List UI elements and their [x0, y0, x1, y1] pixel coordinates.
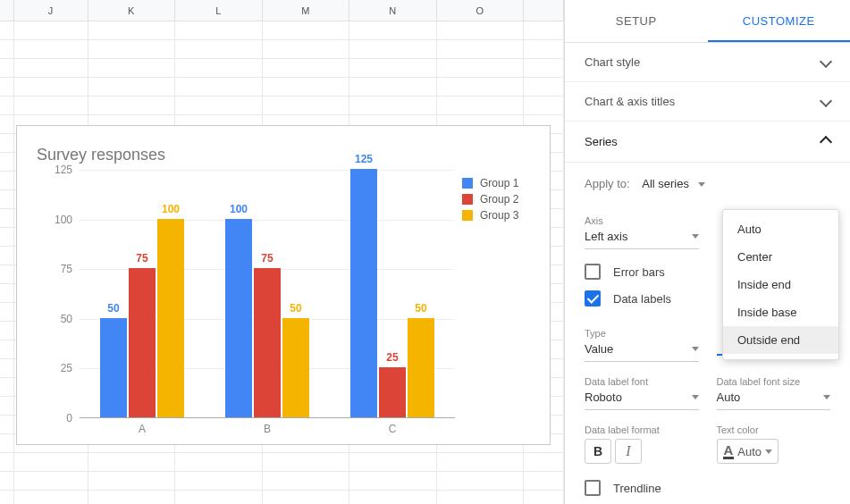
x-tick: A — [139, 423, 146, 435]
bar[interactable] — [100, 318, 127, 417]
spreadsheet-area: JKLMNO Survey responses 0255075100125 50… — [0, 0, 564, 504]
dropdown-icon — [823, 395, 830, 399]
bar-label: 25 — [386, 351, 398, 364]
trendline-checkbox[interactable] — [585, 480, 601, 496]
apply-to-row[interactable]: Apply to: All series — [585, 177, 830, 190]
bar[interactable] — [408, 318, 434, 417]
bold-button[interactable]: B — [585, 439, 611, 464]
column-header-m[interactable]: M — [263, 0, 350, 21]
legend-item[interactable]: Group 1 — [462, 177, 535, 189]
italic-button[interactable]: I — [615, 439, 642, 464]
bar[interactable] — [350, 169, 377, 417]
bar-label: 100 — [230, 203, 248, 215]
y-tick: 0 — [66, 412, 72, 424]
legend-item[interactable]: Group 2 — [462, 193, 535, 206]
popover-option[interactable]: Inside end — [723, 271, 838, 298]
font-select[interactable]: Roboto — [585, 387, 699, 410]
dropdown-icon — [765, 449, 772, 454]
tab-customize[interactable]: CUSTOMIZE — [708, 0, 851, 42]
column-headers: JKLMNO — [0, 0, 564, 21]
text-color-select[interactable]: A Auto — [717, 439, 779, 464]
column-header-k[interactable]: K — [88, 0, 176, 21]
popover-option[interactable]: Auto — [723, 215, 838, 243]
bar-label: 50 — [290, 302, 301, 315]
bar[interactable] — [254, 268, 281, 417]
legend-swatch — [462, 210, 473, 221]
chevron-down-icon — [821, 95, 830, 108]
x-tick: B — [264, 423, 271, 435]
legend-swatch — [462, 178, 473, 189]
bar[interactable] — [379, 367, 406, 417]
legend-item[interactable]: Group 3 — [462, 209, 535, 222]
sidebar-tabs: SETUP CUSTOMIZE — [565, 0, 850, 43]
dropdown-icon — [692, 395, 699, 399]
chart-legend: Group 1Group 2Group 3 — [455, 170, 535, 438]
bar-label: 75 — [136, 252, 147, 265]
popover-option[interactable]: Center — [723, 243, 838, 271]
chevron-down-icon — [821, 55, 830, 69]
y-tick: 25 — [61, 362, 72, 374]
dropdown-icon — [692, 234, 699, 239]
plot-area: 0255075100125 5075100A1007550B1252550C — [26, 170, 455, 438]
trendline-row: Trendline — [585, 480, 830, 496]
bar[interactable] — [225, 219, 252, 417]
section-chart-style[interactable]: Chart style — [565, 43, 850, 82]
type-select[interactable]: Value — [585, 339, 699, 362]
legend-swatch — [462, 194, 473, 205]
chart-container[interactable]: Survey responses 0255075100125 5075100A1… — [16, 125, 551, 445]
bar[interactable] — [157, 219, 184, 417]
dropdown-icon — [698, 182, 705, 187]
column-header-l[interactable]: L — [175, 0, 263, 21]
y-tick: 50 — [61, 313, 72, 325]
bar-label: 75 — [261, 252, 273, 265]
column-header-o[interactable]: O — [437, 0, 525, 21]
position-popover: AutoCenterInside endInside baseOutside e… — [722, 209, 839, 360]
font-size-select[interactable]: Auto — [717, 387, 831, 410]
section-chart-axis-titles[interactable]: Chart & axis titles — [565, 82, 850, 122]
column-header-n[interactable]: N — [349, 0, 437, 21]
chevron-up-icon — [821, 134, 830, 149]
column-header-j[interactable]: J — [14, 0, 88, 21]
y-tick: 75 — [61, 263, 72, 275]
bar[interactable] — [129, 268, 156, 417]
popover-option[interactable]: Outside end — [723, 326, 838, 354]
text-color-icon: A — [723, 444, 735, 459]
bar-label: 125 — [355, 153, 373, 165]
bar[interactable] — [282, 318, 309, 417]
error-bars-checkbox[interactable] — [585, 264, 601, 280]
bar-label: 50 — [415, 302, 426, 315]
data-labels-checkbox[interactable] — [585, 290, 601, 307]
x-tick: C — [389, 423, 397, 435]
popover-option[interactable]: Inside base — [723, 298, 838, 326]
axis-select[interactable]: Left axis — [585, 226, 699, 249]
bar-label: 100 — [162, 203, 180, 215]
dropdown-icon — [692, 347, 699, 351]
y-tick: 100 — [55, 214, 72, 226]
section-series[interactable]: Series — [565, 122, 850, 163]
chart-title: Survey responses — [37, 146, 541, 164]
y-tick: 125 — [55, 164, 72, 176]
bar-label: 50 — [107, 302, 119, 315]
tab-setup[interactable]: SETUP — [565, 0, 708, 42]
axis-label: Axis — [585, 215, 699, 226]
